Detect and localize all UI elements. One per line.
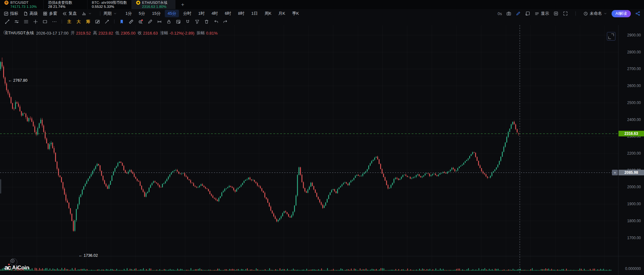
candle-timestamp: 2026-03-17 17:00 [36,31,69,36]
ohlc-field-label: 低 [115,30,119,36]
layout-name-dropdown[interactable]: 未命名 [583,11,607,16]
note-tool[interactable] [174,19,182,25]
toolbar-divider [100,11,100,16]
hlines-icon [14,19,19,24]
timeframe-15分[interactable]: 15分 [149,10,163,17]
redo-button[interactable] [221,19,230,25]
ticker-tab-2[interactable]: 恐惧&贪婪指数28 21.74% [44,0,87,9]
horizontal-line-tool[interactable] [13,19,21,25]
timeframe-季K[interactable]: 季K [289,10,302,17]
price-tick-label: 1900.00 [618,202,641,206]
ticker-tab-value: 2316.63 1.80% [136,5,171,9]
ruler-tool[interactable] [127,19,135,25]
trend-line-tool[interactable] [3,19,11,25]
indicator-tool[interactable]: 指标 [4,11,18,16]
measure-tool[interactable] [155,19,164,25]
ohlc-field-label: 涨幅 [160,30,168,36]
aicoin-logo-mark: ac [4,264,10,271]
large-chart-tool[interactable]: 大 [75,19,83,25]
replay-edit-tool[interactable] [93,19,102,25]
timeframe-5分[interactable]: 5分 [136,10,148,17]
crosshair-tool[interactable] [31,19,40,25]
magnet-tool[interactable] [184,19,192,25]
add-order-button[interactable]: + [612,170,618,175]
fullscreen-button[interactable] [563,11,568,16]
parallel-lines-tool[interactable] [22,19,30,25]
ticker-tab-value: 28 21.74% [48,5,83,9]
draw-button[interactable] [516,11,521,16]
timeframe-6时[interactable]: 6时 [222,10,234,17]
delete-tool[interactable] [203,19,211,25]
funnel-icon [195,19,200,24]
undo-button[interactable] [212,19,220,25]
timeframe-周K[interactable]: 周K [262,10,275,17]
ticker-tab-title: 恐惧&贪婪指数 [48,1,72,5]
timeframe-月K[interactable]: 月K [275,10,288,17]
cursor-line-tool[interactable] [103,19,111,25]
main-toolbar: 指标高级多窗复盘周期1分5分15分45分分时1时4时6时8时1日周K月K季K0s… [0,9,644,18]
last-price-badge: 2316.63 [619,131,644,136]
ticker-tab-3[interactable]: BTC- ahr999囤币指数0.5532 5.33% [87,0,132,9]
chip-distribution-tool[interactable]: 筹 [84,19,92,25]
multiwin-icon [43,11,47,16]
indicator-icon [4,11,8,16]
ohlc-field-value: 2305.00 [121,31,136,36]
aicoin-chart-app: BBTC/USDT74171.73 1.10%恐惧&贪婪指数28 21.74%B… [0,0,644,275]
magnet-icon [185,19,190,24]
note-icon [176,19,181,24]
add-tab-button[interactable]: + [175,0,190,9]
ticker-tab-title: BTC- ahr999囤币指数 [92,1,127,5]
ohlc-info-bar: ETH/USDT永续2026-03-17 17:00开2319.52高2323.… [3,30,218,36]
replay-icon [62,11,67,16]
timeframe-1日[interactable]: 1日 [248,10,260,17]
left-scrollbar-handle[interactable] [0,179,1,194]
ticker-tab-1[interactable]: BBTC/USDT74171.73 1.10% [0,0,44,9]
timeframe-1分[interactable]: 1分 [123,10,135,17]
restore-chart-size-icon[interactable] [607,32,615,41]
ai-analysis-button[interactable]: AI解读 [612,10,631,17]
toolbar-right-group: 0s显示未命名AI解读 [497,10,640,17]
dots-icon [52,19,57,24]
chart-style-button[interactable] [553,11,558,16]
ticker-tab-title: ETH/USDT永续 [142,1,168,5]
ticker-tab-4[interactable]: ◆ETH/USDT永续2316.63 1.80% [132,0,175,9]
main-indicator-tool[interactable]: 主 [65,19,73,25]
candlestick-chart[interactable] [0,25,644,275]
timeframe-45分[interactable]: 45分 [165,10,179,17]
expand-icon [563,11,568,16]
advanced-tool[interactable]: 高级 [23,11,38,16]
display-settings-button[interactable]: 显示 [535,11,549,16]
high-price-annotation: ← 2767.80 [8,78,27,83]
aicoin-logo: ac AiCoin [4,264,29,271]
drawbar-divider [62,19,62,24]
chart-area[interactable]: ETH/USDT永续2026-03-17 17:00开2319.52高2323.… [0,25,644,275]
share-button[interactable] [635,11,640,16]
period-dropdown[interactable]: 周期 [103,11,117,16]
crosshair-price-badge: 2085.98 [619,170,644,175]
screenshot-button[interactable] [506,11,511,16]
btc-coin-icon: B [4,1,8,5]
timeframe-1时[interactable]: 1时 [195,10,207,17]
ohlc-field-label: 开 [71,30,75,36]
more-tools[interactable] [50,19,58,25]
replay-tool[interactable]: 复盘 [62,11,77,16]
ticker-tab-title-row: BBTC/USDT [4,1,39,5]
lock-tool[interactable] [165,19,173,25]
brush-tool[interactable] [146,19,154,25]
save-layout-button[interactable] [525,11,530,16]
pencil-icon [516,11,521,16]
ohlc-field-label: 振幅 [197,30,205,36]
zoom-in-tool[interactable] [136,19,145,25]
timeframe-8时[interactable]: 8时 [235,10,247,17]
rectangle-tool[interactable] [41,19,49,25]
timeframe-4时[interactable]: 4时 [209,10,221,17]
filter-tool[interactable] [193,19,201,25]
timeframe-分时[interactable]: 分时 [180,10,194,17]
chevron-down-icon [88,12,92,15]
volume-style-tool[interactable] [82,11,92,16]
bookmark-tool[interactable] [118,19,126,25]
rect-icon [42,19,47,24]
multi-window-tool[interactable]: 多窗 [43,11,57,16]
price-tick-label: 1700.00 [618,236,641,240]
price-tick-label: 1800.00 [618,219,641,223]
